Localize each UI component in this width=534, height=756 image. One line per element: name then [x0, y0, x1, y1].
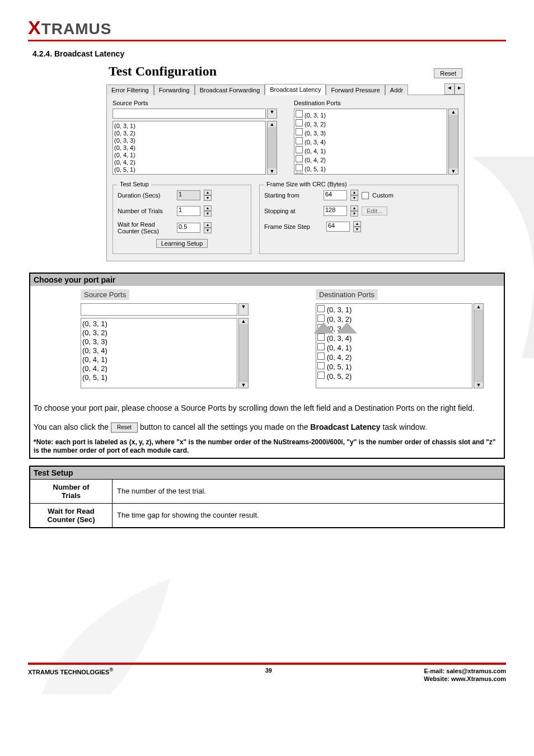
checkbox[interactable] [317, 372, 325, 379]
section-heading: 4.2.4. Broadcast Latency [32, 49, 506, 58]
chevron-down-icon[interactable]: ▼ [238, 303, 249, 316]
row-desc: The number of the test trial. [113, 479, 505, 503]
choose-header: Choose your port pair [30, 274, 504, 286]
starting-from-label: Starting from [264, 192, 320, 199]
tab-forwarding[interactable]: Forwarding [154, 84, 195, 95]
source-ports-combo[interactable] [81, 303, 237, 316]
destination-ports-list[interactable]: (0, 3, 1) (0, 3, 2) (0, 3, 3) (0, 3, 4) … [316, 303, 472, 388]
checkbox[interactable] [317, 314, 325, 322]
checkbox[interactable] [317, 305, 325, 312]
custom-label: Custom [372, 192, 394, 199]
chevron-down-icon[interactable]: ▼ [267, 109, 277, 119]
learning-setup-button[interactable]: Learning Setup [156, 239, 208, 248]
spinner[interactable]: ▲▼ [350, 190, 358, 201]
destination-ports-list[interactable]: (0, 3, 1) (0, 3, 2) (0, 3, 3) (0, 3, 4) … [294, 109, 447, 175]
header-divider [28, 40, 506, 41]
footer-right: E-mail: sales@xtramus.com Website: www.X… [424, 667, 506, 683]
checkbox[interactable] [317, 353, 325, 360]
checkbox[interactable] [296, 137, 303, 144]
checkbox[interactable] [296, 146, 303, 153]
checkbox[interactable] [296, 164, 303, 171]
row-label: Wait for Read Counter (Sec) [30, 503, 113, 528]
page-number: 39 [265, 667, 272, 674]
frame-size-group: Frame Size with CRC (Bytes) Starting fro… [259, 185, 458, 254]
checkbox[interactable] [296, 128, 303, 135]
frame-size-step-input[interactable]: 64 [326, 222, 350, 232]
note-text: *Note: each port is labeled as (x, y, z)… [34, 438, 500, 454]
tab-scroll-right[interactable]: ► [455, 83, 465, 95]
test-setup-table: Test Setup Number of Trials The number o… [29, 466, 505, 528]
destination-ports-label: Destination Ports [294, 100, 458, 106]
scrollbar[interactable]: ▲▼ [448, 109, 458, 175]
source-ports-label: Source Ports [113, 100, 277, 106]
wait-label: Wait for Read Counter (Secs) [118, 221, 174, 234]
table-row: Number of Trials The number of the test … [30, 479, 504, 503]
scrollbar[interactable]: ▲▼ [267, 121, 277, 175]
tab-error-filtering[interactable]: Error Filtering [106, 84, 154, 95]
choose-port-pair-section: Choose your port pair Source Ports ▼ (0,… [29, 273, 505, 459]
table-row: Wait for Read Counter (Sec) The time gap… [30, 503, 504, 528]
spinner[interactable]: ▲▼ [204, 222, 212, 233]
stopping-at-label: Stopping at [264, 208, 320, 214]
footer-divider [28, 663, 506, 665]
starting-from-input[interactable]: 64 [324, 190, 347, 200]
reset-button-inline[interactable]: Reset [111, 422, 138, 433]
spinner[interactable]: ▲▼ [353, 221, 361, 232]
tab-scroll-left[interactable]: ◄ [444, 83, 455, 95]
row-label: Number of Trials [30, 479, 113, 503]
tab-broadcast-forwarding[interactable]: Broadcast Forwarding [195, 84, 265, 95]
logo: XTRAMUS [28, 17, 506, 39]
test-setup-header: Test Setup [30, 466, 504, 480]
edit-button[interactable]: Edit... [362, 206, 387, 215]
destination-ports-label: Destination Ports [316, 289, 378, 300]
panel-title: Test Configuration [109, 64, 217, 79]
duration-label: Duration (Secs) [118, 192, 174, 199]
custom-checkbox[interactable] [362, 192, 369, 199]
source-ports-combo[interactable] [113, 109, 266, 119]
choose-paragraph-1: To choose your port pair, please choose … [34, 403, 500, 414]
tab-forward-pressure[interactable]: Forward Pressure [326, 84, 385, 95]
spinner[interactable]: ▲▼ [204, 205, 212, 217]
tab-addr[interactable]: Addr [385, 84, 408, 95]
trials-input[interactable]: 1 [177, 206, 200, 216]
checkbox[interactable] [296, 155, 303, 162]
checkbox[interactable] [317, 324, 325, 331]
checkbox[interactable] [296, 119, 303, 126]
checkbox[interactable] [317, 334, 325, 341]
test-configuration-panel: Test Configuration Reset Error Filtering… [106, 64, 465, 261]
tab-broadcast-latency[interactable]: Broadcast Latency [265, 84, 326, 95]
scrollbar[interactable]: ▲▼ [474, 303, 484, 388]
source-ports-list[interactable]: (0, 3, 1) (0, 3, 2) (0, 3, 3) (0, 3, 4) … [113, 121, 266, 175]
choose-paragraph-2: You can also click the Reset button to c… [34, 422, 500, 433]
page-footer: XTRAMUS TECHNOLOGIES® 39 E-mail: sales@x… [28, 663, 506, 683]
checkbox[interactable] [317, 362, 325, 369]
test-setup-group: Test Setup Duration (Secs) 1 ▲▼ Number o… [113, 185, 251, 254]
row-desc: The time gap for showing the counter res… [113, 503, 505, 528]
duration-input[interactable]: 1 [177, 190, 200, 200]
checkbox[interactable] [296, 110, 303, 118]
source-ports-label: Source Ports [81, 289, 129, 300]
frame-size-step-label: Frame Size Step [264, 223, 323, 230]
source-ports-list[interactable]: (0, 3, 1) (0, 3, 2) (0, 3, 3) (0, 3, 4) … [81, 318, 237, 388]
footer-left: XTRAMUS TECHNOLOGIES® [28, 667, 113, 675]
reset-button[interactable]: Reset [434, 68, 462, 78]
checkbox[interactable] [296, 173, 303, 175]
scrollbar[interactable]: ▲▼ [238, 318, 249, 388]
tab-strip: Error Filtering Forwarding Broadcast For… [106, 83, 465, 95]
wait-input[interactable]: 0.5 [177, 223, 200, 233]
trials-label: Number of Trials [118, 208, 174, 214]
spinner[interactable]: ▲▼ [204, 190, 212, 201]
stopping-at-input[interactable]: 128 [324, 206, 347, 216]
spinner[interactable]: ▲▼ [350, 205, 358, 217]
checkbox[interactable] [317, 343, 325, 350]
